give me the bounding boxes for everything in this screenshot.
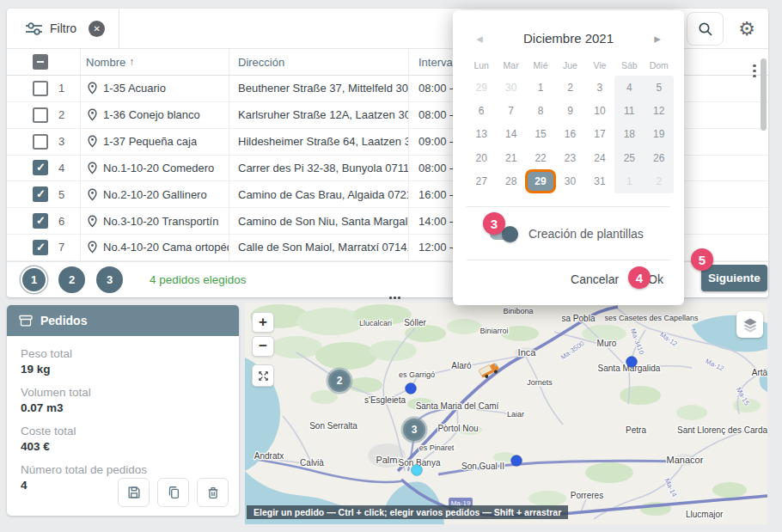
calendar-day[interactable]: 5 (645, 76, 674, 99)
calendar-day[interactable]: 21 (496, 146, 525, 169)
row-checkbox[interactable] (33, 240, 48, 255)
copy-button[interactable] (157, 478, 189, 507)
map-layers-button[interactable] (736, 311, 763, 338)
map-place-label: Calvià (300, 458, 324, 468)
calendar-day[interactable]: 3 (585, 76, 614, 99)
calendar-day[interactable]: 11 (614, 99, 644, 122)
row-number: 3 (58, 135, 64, 148)
calendar-day[interactable]: 26 (645, 146, 674, 169)
calendar-day[interactable]: 1 (526, 76, 555, 99)
calendar-day[interactable]: 12 (645, 99, 674, 122)
toggle-label: Creación de plantillas (528, 227, 644, 241)
order-address: Carrer des Pi 32-38, Bunyola 07110,... (229, 156, 408, 181)
column-header-address[interactable]: Dirección (229, 49, 408, 75)
calendar-day[interactable]: 23 (555, 146, 584, 169)
select-all-checkbox[interactable] (33, 54, 48, 70)
cancel-button[interactable]: Cancelar (571, 272, 619, 286)
table-scrollbar[interactable] (761, 58, 767, 131)
table-menu-kebab-icon[interactable] (753, 62, 756, 80)
calendar-day-selected[interactable]: 29 (526, 169, 555, 193)
calendar-day[interactable]: 16 (555, 123, 584, 146)
calendar-day[interactable]: 29 (467, 76, 496, 99)
calendar-day[interactable]: 17 (585, 123, 614, 146)
row-checkbox[interactable] (33, 81, 48, 96)
map-fullscreen-button[interactable] (252, 364, 274, 387)
settings-button[interactable]: ⚙ (733, 15, 761, 43)
row-checkbox[interactable] (33, 160, 48, 175)
location-pin-icon (88, 162, 97, 174)
page-circle-2[interactable]: 2 (58, 266, 85, 293)
cluster-marker[interactable]: 3 (403, 419, 425, 441)
calendar-weekday: Jue (555, 55, 584, 76)
row-checkbox[interactable] (33, 187, 48, 202)
divider (467, 206, 670, 207)
map-place-label: Laiar (507, 410, 524, 419)
order-marker-dot[interactable] (511, 456, 522, 467)
row-checkbox[interactable] (33, 213, 48, 229)
page-circle-1[interactable]: 1 (21, 266, 47, 293)
row-number: 5 (58, 188, 64, 201)
svg-text:3: 3 (412, 424, 418, 436)
calendar-day[interactable]: 15 (526, 123, 555, 146)
calendar-day[interactable]: 25 (614, 146, 644, 169)
box-icon (19, 314, 33, 327)
page-circle-3[interactable]: 3 (96, 266, 123, 293)
copy-icon (166, 485, 181, 500)
calendar-day[interactable]: 10 (585, 99, 614, 122)
map-place-label: Santa Maria del Camí (416, 401, 499, 411)
calendar-day[interactable]: 1 (614, 169, 644, 193)
calendar-day[interactable]: 7 (496, 99, 525, 122)
search-icon (698, 21, 713, 37)
calendar-day[interactable]: 2 (555, 76, 584, 99)
calendar-day[interactable]: 28 (496, 169, 525, 193)
row-checkbox[interactable] (33, 107, 48, 123)
calendar-day[interactable]: 8 (526, 99, 555, 122)
calendar-day[interactable]: 19 (645, 123, 674, 146)
map-place-label: Petra (626, 425, 646, 435)
filter-button[interactable]: Filtro (7, 9, 76, 48)
stat-value: 0.07 m3 (21, 401, 225, 416)
calendar-day[interactable]: 24 (585, 146, 614, 169)
calendar-day[interactable]: 14 (496, 123, 525, 146)
calendar-day[interactable]: 9 (555, 99, 584, 122)
calendar-day[interactable]: 31 (585, 169, 614, 193)
filter-clear-icon[interactable]: ✕ (89, 21, 105, 37)
calendar-day[interactable]: 22 (526, 146, 555, 169)
row-number: 1 (58, 82, 64, 95)
stat-label: Peso total (21, 346, 225, 362)
search-button[interactable] (687, 12, 724, 46)
calendar-next-month-icon[interactable]: ▸ (648, 29, 667, 48)
calendar-day[interactable]: 13 (467, 123, 496, 146)
cluster-marker[interactable]: 2 (328, 370, 351, 392)
next-button[interactable]: Siguiente (701, 265, 767, 291)
delete-button[interactable] (197, 478, 229, 507)
row-number: 2 (58, 108, 64, 121)
location-pin-icon (88, 82, 97, 95)
map-place-label: Porreres (571, 491, 603, 500)
order-address: Hildesheimer Straße 64, Laatzen 30... (229, 129, 408, 155)
calendar-day[interactable]: 18 (614, 123, 644, 146)
calendar-day[interactable]: 27 (467, 169, 496, 193)
calendar-day[interactable]: 30 (496, 76, 525, 99)
calendar-day[interactable]: 30 (555, 169, 584, 193)
map-view[interactable]: Ma-3500Ma-3410Ma-12Ma-12Ma-15Ma-14Ma-19L… (245, 303, 767, 524)
row-checkbox[interactable] (33, 134, 48, 150)
order-name: No.3-10-20 Transportín (103, 215, 218, 228)
map-zoom-out-button[interactable]: − (252, 336, 274, 357)
map-place-label: Artà (752, 368, 767, 377)
order-marker-dot[interactable] (406, 383, 417, 394)
pane-resize-handle[interactable] (389, 297, 400, 299)
map-zoom-in-button[interactable]: + (252, 312, 274, 333)
order-marker-dot[interactable] (412, 465, 423, 476)
order-marker-dot[interactable] (626, 357, 638, 368)
calendar-day[interactable]: 4 (614, 76, 644, 99)
location-pin-icon (88, 188, 97, 201)
calendar-day[interactable]: 2 (645, 169, 674, 193)
location-pin-icon (88, 135, 97, 148)
calendar-day[interactable]: 20 (467, 146, 496, 169)
order-name: No.2-10-20 Gallinero (103, 188, 207, 201)
calendar-day[interactable]: 6 (467, 99, 496, 122)
save-button[interactable] (118, 478, 150, 507)
divider (119, 9, 119, 48)
column-header-name[interactable]: Nombre↑ (80, 49, 229, 75)
